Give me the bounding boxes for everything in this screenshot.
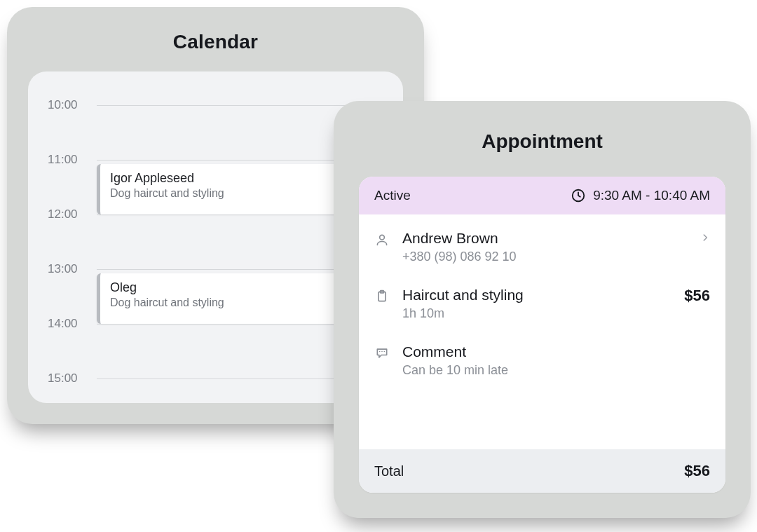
service-row[interactable]: Haircut and styling 1h 10m $56 bbox=[374, 275, 710, 332]
client-name: Andrew Brown bbox=[402, 230, 688, 247]
appointment-status: Active bbox=[374, 188, 411, 203]
person-icon bbox=[374, 230, 390, 247]
clipboard-icon bbox=[374, 287, 390, 303]
comment-row[interactable]: Comment Can be 10 min late bbox=[374, 332, 710, 389]
comment-text: Can be 10 min late bbox=[402, 363, 710, 378]
appointment-header: Active 9:30 AM - 10:40 AM bbox=[359, 177, 725, 214]
total-label: Total bbox=[374, 463, 404, 479]
appointment-time-range: 9:30 AM - 10:40 AM bbox=[593, 188, 710, 203]
time-label: 15:00 bbox=[48, 371, 91, 386]
time-label: 14:00 bbox=[48, 317, 91, 331]
clock-icon bbox=[571, 188, 586, 203]
client-phone: +380 (98) 086 92 10 bbox=[402, 250, 688, 264]
time-label: 10:00 bbox=[48, 98, 91, 112]
appointment-title: Appointment bbox=[334, 101, 751, 153]
time-label: 13:00 bbox=[48, 262, 91, 276]
client-row[interactable]: Andrew Brown +380 (98) 086 92 10 bbox=[374, 219, 710, 275]
appointment-panel: Appointment Active 9:30 AM - 10:40 AM bbox=[334, 101, 751, 518]
service-name: Haircut and styling bbox=[402, 287, 671, 303]
time-label: 12:00 bbox=[48, 207, 91, 221]
calendar-title: Calendar bbox=[7, 7, 424, 53]
service-duration: 1h 10m bbox=[402, 306, 671, 321]
comment-label: Comment bbox=[402, 343, 710, 360]
service-price: $56 bbox=[684, 287, 710, 305]
appointment-total-row: Total $56 bbox=[359, 449, 725, 493]
chevron-right-icon bbox=[700, 230, 710, 245]
total-amount: $56 bbox=[684, 462, 710, 480]
comment-icon bbox=[374, 343, 390, 360]
appointment-card: Active 9:30 AM - 10:40 AM Andrew Brown +… bbox=[359, 177, 725, 493]
svg-point-1 bbox=[380, 235, 385, 240]
time-label: 11:00 bbox=[48, 153, 91, 167]
